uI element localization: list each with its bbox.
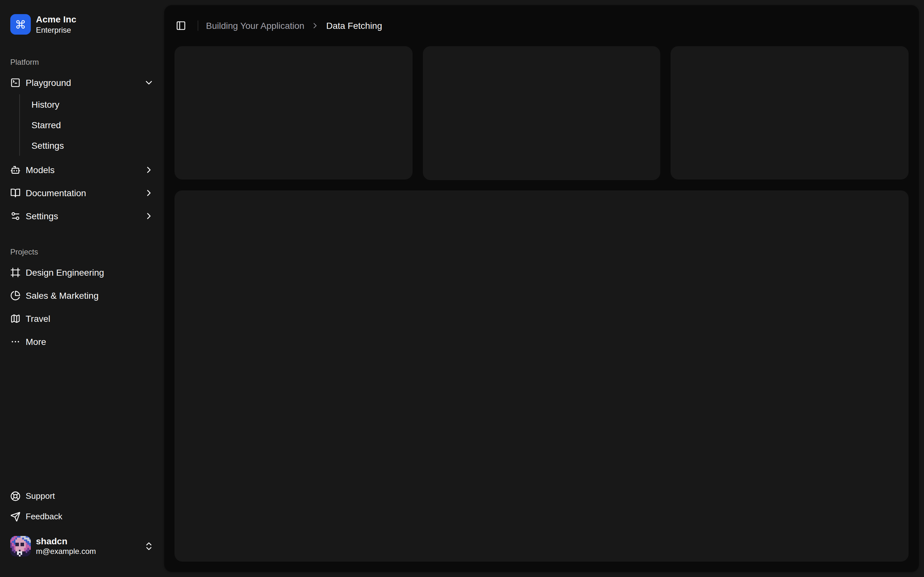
sidebar-item-label: Sales & Marketing (26, 290, 99, 300)
sidebar-subitem-history[interactable]: History (26, 95, 159, 113)
team-name: Acme Inc (36, 14, 76, 25)
platform-menu: Playground History Starred Settings Mode… (5, 72, 159, 226)
menu-item-playground-wrap: Playground History Starred Settings (5, 72, 159, 157)
main-content (164, 46, 919, 572)
team-meta: Acme Inc Enterprise (36, 14, 76, 35)
team-plan: Enterprise (36, 25, 76, 35)
map-icon (10, 313, 21, 324)
frame-icon (10, 267, 21, 277)
header-separator (198, 21, 198, 31)
user-email: m@example.com (36, 547, 139, 556)
sidebar-item-sales-marketing[interactable]: Sales & Marketing (5, 285, 159, 306)
chevron-right-icon (144, 187, 154, 198)
sidebar-item-label: Feedback (26, 512, 62, 521)
sidebar-item-label: Support (26, 491, 55, 501)
breadcrumb-parent-link[interactable]: Building Your Application (206, 21, 304, 31)
sidebar-item-label: Documentation (26, 187, 86, 198)
main-panel: Building Your Application Data Fetching (164, 5, 919, 572)
placeholder-card (671, 46, 909, 180)
sidebar-subitem-label: Settings (31, 140, 64, 150)
sidebar-toggle-button[interactable] (172, 17, 190, 35)
user-name: shadcn (36, 536, 139, 547)
sidebar-item-label: Models (26, 164, 55, 175)
pie-chart-icon (10, 290, 21, 300)
sidebar-item-models[interactable]: Models (5, 159, 159, 180)
placeholder-panel (174, 190, 909, 562)
panel-left-icon (176, 21, 186, 31)
settings-sliders-icon (10, 211, 21, 221)
group-label-platform: Platform (5, 52, 159, 72)
team-switcher-button[interactable]: Acme Inc Enterprise (5, 9, 159, 40)
breadcrumb-current-page: Data Fetching (326, 21, 382, 31)
sidebar-item-more[interactable]: More (5, 331, 159, 351)
sidebar-item-feedback[interactable]: Feedback (5, 508, 159, 525)
sidebar-subitem-label: Starred (31, 119, 61, 130)
ellipsis-icon (10, 336, 21, 347)
user-meta: shadcn m@example.com (36, 536, 139, 556)
chevron-down-icon (144, 77, 154, 87)
sidebar-item-label: Settings (26, 211, 58, 221)
user-menu-button[interactable]: shadcn m@example.com (5, 530, 159, 562)
sidebar-item-support[interactable]: Support (5, 487, 159, 505)
command-icon (10, 15, 31, 35)
secondary-menu: Support Feedback (5, 487, 159, 525)
sidebar-item-label: Playground (26, 77, 71, 87)
sidebar: Acme Inc Enterprise Platform Playground … (0, 0, 164, 577)
send-icon (10, 511, 21, 522)
sidebar-spacer (5, 351, 159, 487)
sidebar-item-settings[interactable]: Settings (5, 205, 159, 226)
projects-menu: Design Engineering Sales & Marketing Tra… (5, 262, 159, 351)
placeholder-card (174, 46, 412, 180)
book-open-icon (10, 187, 21, 198)
breadcrumb: Building Your Application Data Fetching (206, 21, 382, 31)
sidebar-item-travel[interactable]: Travel (5, 308, 159, 329)
chevrons-up-down-icon (144, 541, 154, 551)
sidebar-item-label: More (26, 336, 46, 347)
sidebar-item-playground[interactable]: Playground (5, 72, 159, 93)
bot-icon (10, 164, 21, 175)
playground-submenu: History Starred Settings (19, 94, 159, 155)
sidebar-subitem-label: History (31, 99, 59, 109)
group-label-projects: Projects (5, 242, 159, 262)
sidebar-item-documentation[interactable]: Documentation (5, 182, 159, 203)
sidebar-item-label: Design Engineering (26, 267, 104, 277)
square-terminal-icon (10, 77, 21, 87)
app-root: Acme Inc Enterprise Platform Playground … (0, 0, 924, 577)
main-header: Building Your Application Data Fetching (164, 5, 919, 46)
sidebar-subitem-settings[interactable]: Settings (26, 136, 159, 154)
placeholder-card (423, 46, 660, 180)
chevron-right-icon (311, 21, 320, 30)
chevron-right-icon (144, 211, 154, 221)
life-buoy-icon (10, 491, 21, 501)
sidebar-item-design-engineering[interactable]: Design Engineering (5, 262, 159, 282)
user-avatar (10, 536, 31, 556)
chevron-right-icon (144, 164, 154, 175)
sidebar-subitem-starred[interactable]: Starred (26, 116, 159, 134)
placeholder-card-row (174, 46, 909, 180)
sidebar-item-label: Travel (26, 313, 50, 324)
